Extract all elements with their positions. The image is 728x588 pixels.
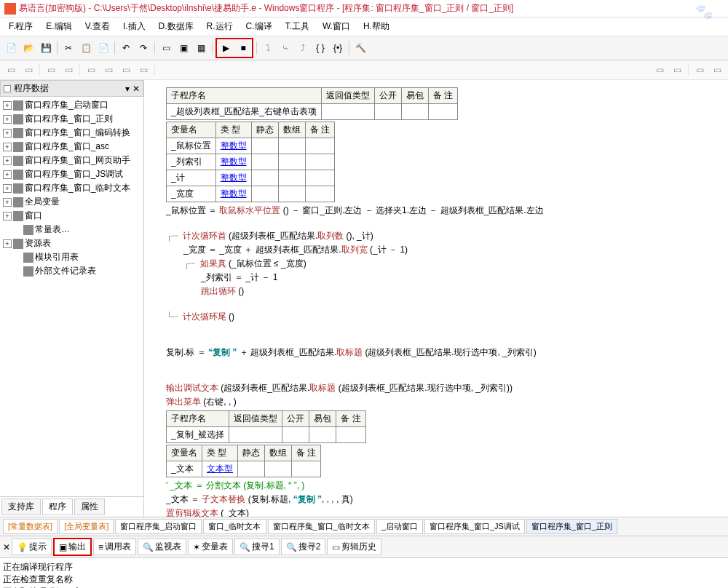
secondary-toolbar: ▭ ▭ ▭ ▭ ▭ ▭ ▭ ▭ ▭ ▭ ▭ ▭ — [0, 60, 728, 80]
close-icon[interactable]: ✕ — [3, 542, 10, 552]
menu-file[interactable]: F.程序 — [3, 19, 39, 34]
save-button[interactable]: 💾 — [38, 40, 54, 56]
undo-button[interactable]: ↶ — [118, 40, 134, 56]
sidebar-close-icon[interactable]: ✕ — [132, 84, 140, 94]
tree-item[interactable]: +窗口程序集_启动窗口 — [1, 98, 142, 112]
tree-item[interactable]: +窗口程序集_窗口_JS调试 — [1, 167, 142, 181]
tab-temptext-set[interactable]: 窗口程序集_窗口_临时文本 — [268, 519, 375, 534]
tab-output[interactable]: ▣输出 — [53, 538, 92, 556]
tb2-btn: ▭ — [43, 62, 59, 78]
code-line[interactable]: └┄ 计次循环尾 () — [166, 310, 722, 324]
tree-item[interactable]: +窗口程序集_窗口_网页助手 — [1, 154, 142, 167]
step-into-button[interactable]: ⤷ — [277, 40, 293, 56]
tab-const-table[interactable]: [常量数据表] — [3, 519, 58, 534]
code-editor[interactable]: 子程序名返回值类型公开易包备 注 _超级列表框_匹配结果_右键单击表项 变量名类… — [144, 80, 728, 517]
paste-button[interactable]: 📄 — [95, 40, 111, 56]
tree-item[interactable]: +全局变量 — [1, 195, 142, 209]
variable-table[interactable]: 变量名类 型静态数组备 注 _鼠标位置整数型 _列索引整数型 _计整数型 _宽度… — [166, 122, 335, 202]
tree-item[interactable]: +窗口程序集_窗口_asc — [1, 140, 142, 154]
tab-jsdebug[interactable]: 窗口程序集_窗口_JS调试 — [424, 519, 525, 534]
sidebar-tab-property[interactable]: 属性 — [74, 498, 105, 515]
tab-calltable[interactable]: ≡调用表 — [93, 539, 136, 555]
tb2-btn: ▭ — [60, 62, 76, 78]
tab-start-window[interactable]: 窗口程序集_启动窗口 — [115, 519, 202, 534]
code-line[interactable]: _宽度 ＝ _宽度 ＋ 超级列表框_匹配结果.取列宽 (_计 － 1) — [166, 243, 722, 257]
code-line[interactable]: ▸输出调试文本 (超级列表框_匹配结果.取标题 (超级列表框_匹配结果.现行选中… — [166, 381, 722, 395]
tb2-btn: ▭ — [20, 62, 36, 78]
title-bar: 易语言(加密狗版) - C:\Users\于然\Desktop\ilnshi\e… — [0, 0, 728, 17]
subroutine-table[interactable]: 子程序名返回值类型公开易包备 注 _超级列表框_匹配结果_右键单击表项 — [166, 87, 458, 120]
build-button[interactable]: 🔨 — [352, 40, 368, 56]
sidebar-dropdown-icon[interactable]: ▾ — [125, 84, 130, 94]
code-line[interactable]: ' _文本 ＝ 分割文本 (复制.标题, “ ”, ) — [166, 479, 722, 493]
var-icon: ✶ — [193, 542, 200, 552]
menu-run[interactable]: R.运行 — [201, 19, 239, 34]
form-button[interactable]: ▣ — [175, 40, 191, 56]
tab-vartable[interactable]: ✶变量表 — [188, 539, 233, 555]
tab-startwin[interactable]: _启动窗口 — [376, 519, 423, 534]
menu-compile[interactable]: C.编译 — [240, 19, 278, 34]
step-over-button[interactable]: ⤵ — [260, 40, 276, 56]
project-tree[interactable]: +窗口程序集_启动窗口+窗口程序集_窗口_正则+窗口程序集_窗口_编码转换+窗口… — [0, 97, 143, 496]
menu-window[interactable]: W.窗口 — [317, 19, 356, 34]
grid-button[interactable]: ▦ — [193, 40, 209, 56]
tree-item[interactable]: +窗口程序集_窗口_临时文本 — [1, 181, 142, 195]
tb2-btn: ▭ — [652, 62, 668, 78]
tree-item[interactable]: 常量表… — [12, 223, 142, 237]
tab-regex[interactable]: 窗口程序集_窗口_正则 — [526, 519, 617, 534]
sidebar-tab-program[interactable]: 程序 — [42, 498, 73, 515]
toggle-bp-button[interactable]: {•} — [330, 40, 346, 56]
step-out-button[interactable]: ⤴ — [295, 40, 311, 56]
open-button[interactable]: 📂 — [20, 40, 36, 56]
copy-button[interactable]: 📋 — [78, 40, 94, 56]
new-button[interactable]: 📄 — [3, 40, 19, 56]
menu-tools[interactable]: T.工具 — [280, 19, 315, 34]
menu-edit[interactable]: E.编辑 — [40, 19, 77, 34]
tab-hint[interactable]: 💡提示 — [12, 539, 52, 555]
tree-item[interactable]: +窗口程序集_窗口_正则 — [1, 112, 142, 126]
tree-item[interactable]: 外部文件记录表 — [12, 264, 142, 278]
tab-find1[interactable]: 🔍搜寻1 — [234, 539, 280, 555]
menu-view[interactable]: V.查看 — [79, 19, 116, 34]
code-line[interactable]: _鼠标位置 ＝ 取鼠标水平位置 () － 窗口_正则.左边 － 选择夹1.左边 … — [166, 204, 722, 218]
menu-insert[interactable]: I.插入 — [117, 19, 151, 34]
sidebar-tabs: 支持库 程序 属性 — [0, 496, 143, 517]
tree-item[interactable]: +窗口 — [1, 209, 142, 223]
code-line[interactable]: _文本 ＝ 子文本替换 (复制.标题, “复制 ”, , , , 真) — [166, 493, 722, 506]
cut-button[interactable]: ✂ — [60, 40, 76, 56]
tab-find2[interactable]: 🔍搜寻2 — [281, 539, 326, 555]
tb2-btn: ▭ — [135, 62, 151, 78]
variable-table[interactable]: 变量名类 型静态数组备 注 _文本文本型 — [166, 445, 321, 477]
subroutine-table[interactable]: 子程序名返回值类型公开易包备 注 _复制_被选择 — [166, 410, 366, 443]
tree-item[interactable]: +窗口程序集_窗口_编码转换 — [1, 126, 142, 140]
run-button[interactable]: ▶ — [218, 40, 234, 56]
tree-item[interactable]: 模块引用表 — [12, 250, 142, 264]
lightbulb-icon: 💡 — [17, 542, 28, 552]
window-button[interactable]: ▭ — [158, 40, 174, 56]
tab-temptext[interactable]: 窗口_临时文本 — [203, 519, 266, 534]
code-line[interactable]: ┌┄ 如果真 (_鼠标位置 ≤ _宽度) — [166, 257, 722, 271]
tb2-btn: ▭ — [118, 62, 134, 78]
breakpoint-button[interactable]: { } — [312, 40, 328, 56]
sidebar-tab-support[interactable]: 支持库 — [1, 498, 41, 515]
code-line[interactable]: ┌┄ 计次循环首 (超级列表框_匹配结果.取列数 (), _计) — [166, 229, 722, 243]
search-icon: 🔍 — [286, 542, 297, 552]
stop-button[interactable]: ■ — [235, 40, 251, 56]
code-line[interactable]: 置剪辑板文本 (_文本) — [166, 506, 722, 517]
tree-item[interactable]: +资源表 — [1, 237, 142, 250]
code-line[interactable]: 弹出菜单 (右键, , ) — [166, 395, 722, 409]
tb2-btn: ▭ — [669, 62, 685, 78]
redo-button[interactable]: ↷ — [135, 40, 151, 56]
menu-database[interactable]: D.数据库 — [153, 19, 199, 34]
menu-help[interactable]: H.帮助 — [357, 19, 395, 34]
code-line[interactable]: ↓复制.标 ＝ “复制 ” ＋ 超级列表框_匹配结果.取标题 (超级列表框_匹配… — [166, 346, 722, 359]
tab-clip[interactable]: ▭剪辑历史 — [327, 539, 381, 555]
output-tabs: ✕ 💡提示 ▣输出 ≡调用表 🔍监视表 ✶变量表 🔍搜寻1 🔍搜寻2 ▭剪辑历史… — [0, 536, 728, 558]
tab-global-var[interactable]: [全局变量表] — [59, 519, 114, 534]
output-pane[interactable]: 正在编译现行程序 正在检查重复名称 正在预处理现行程序 错误(34): 找不到指… — [0, 558, 728, 588]
list-icon: ≡ — [98, 542, 103, 552]
code-line[interactable]: 跳出循环 () — [166, 285, 722, 298]
tab-watch[interactable]: 🔍监视表 — [138, 539, 186, 555]
code-line[interactable]: _列索引 ＝ _计 － 1 — [166, 271, 722, 285]
run-controls-highlight: ▶ ■ — [215, 38, 253, 58]
